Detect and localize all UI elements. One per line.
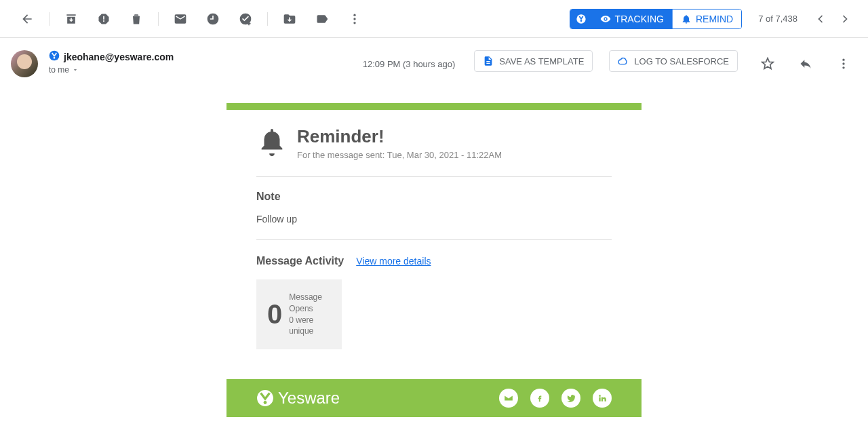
message-header: jkeohane@yesware.com to me 12:09 PM (3 h… bbox=[0, 38, 868, 83]
opens-count: 0 bbox=[267, 299, 282, 330]
svg-point-6 bbox=[54, 57, 56, 59]
star-icon[interactable] bbox=[761, 57, 774, 71]
tracking-label: TRACKING bbox=[615, 14, 664, 24]
newer-icon[interactable] bbox=[814, 12, 827, 26]
svg-point-7 bbox=[842, 59, 844, 61]
linkedin-icon[interactable] bbox=[593, 389, 612, 408]
pagination-text: 7 of 7,438 bbox=[758, 14, 797, 24]
svg-point-9 bbox=[842, 66, 844, 69]
to-label: to me bbox=[49, 65, 69, 75]
card-footer: Yesware bbox=[226, 379, 642, 417]
snooze-icon[interactable] bbox=[206, 12, 220, 26]
sender-email[interactable]: jkeohane@yesware.com bbox=[64, 52, 174, 62]
reminder-title: Reminder! bbox=[297, 126, 502, 147]
svg-point-2 bbox=[353, 22, 355, 24]
more-actions-icon[interactable] bbox=[837, 57, 850, 71]
opens-stat: 0 Message Opens 0 were unique bbox=[256, 279, 342, 349]
log-salesforce-label: LOG TO SALESFORCE bbox=[634, 56, 729, 66]
timestamp: 12:09 PM (3 hours ago) bbox=[363, 59, 456, 69]
archive-icon[interactable] bbox=[64, 12, 78, 26]
tracking-button[interactable]: TRACKING bbox=[592, 9, 673, 28]
activity-heading: Message Activity bbox=[256, 255, 344, 267]
yesware-logo-icon[interactable] bbox=[570, 9, 592, 28]
opens-label: Message Opens bbox=[289, 292, 331, 315]
yesware-toolbar: TRACKING REMIND bbox=[570, 9, 743, 29]
footer-brand-text: Yesware bbox=[278, 389, 340, 408]
yesware-badge-icon bbox=[49, 50, 60, 64]
reminder-subtitle: For the message sent: Tue, Mar 30, 2021 … bbox=[297, 150, 502, 160]
reminder-card: Reminder! For the message sent: Tue, Mar… bbox=[226, 103, 642, 417]
email-social-icon[interactable] bbox=[499, 389, 518, 408]
svg-point-1 bbox=[353, 18, 355, 20]
svg-point-11 bbox=[264, 401, 267, 404]
save-template-button[interactable]: SAVE AS TEMPLATE bbox=[474, 50, 593, 72]
older-icon[interactable] bbox=[838, 12, 852, 26]
reply-icon[interactable] bbox=[799, 57, 812, 71]
save-template-label: SAVE AS TEMPLATE bbox=[499, 56, 584, 66]
email-toolbar: TRACKING REMIND 7 of 7,438 bbox=[0, 0, 868, 38]
remind-button[interactable]: REMIND bbox=[673, 9, 741, 28]
twitter-icon[interactable] bbox=[561, 389, 580, 408]
note-body: Follow up bbox=[256, 214, 612, 240]
mark-unread-icon[interactable] bbox=[174, 12, 187, 26]
spam-icon[interactable] bbox=[97, 12, 111, 26]
labels-icon[interactable] bbox=[315, 12, 329, 26]
svg-point-4 bbox=[580, 20, 582, 22]
note-heading: Note bbox=[256, 191, 612, 203]
move-to-icon[interactable] bbox=[283, 12, 296, 26]
remind-label: REMIND bbox=[696, 14, 733, 24]
opens-unique: 0 were unique bbox=[289, 315, 331, 338]
bell-icon bbox=[256, 126, 288, 163]
delete-icon[interactable] bbox=[130, 12, 143, 26]
back-icon[interactable] bbox=[20, 12, 34, 26]
chevron-down-icon bbox=[72, 66, 79, 73]
avatar[interactable] bbox=[11, 50, 38, 77]
log-salesforce-button[interactable]: LOG TO SALESFORCE bbox=[609, 50, 738, 72]
recipient-dropdown[interactable]: to me bbox=[49, 65, 174, 75]
yesware-footer-logo[interactable]: Yesware bbox=[256, 389, 340, 408]
add-task-icon[interactable] bbox=[239, 12, 252, 26]
more-icon[interactable] bbox=[348, 12, 361, 26]
facebook-icon[interactable] bbox=[530, 389, 549, 408]
svg-point-8 bbox=[842, 62, 844, 64]
view-details-link[interactable]: View more details bbox=[356, 256, 431, 267]
svg-point-0 bbox=[353, 14, 355, 16]
